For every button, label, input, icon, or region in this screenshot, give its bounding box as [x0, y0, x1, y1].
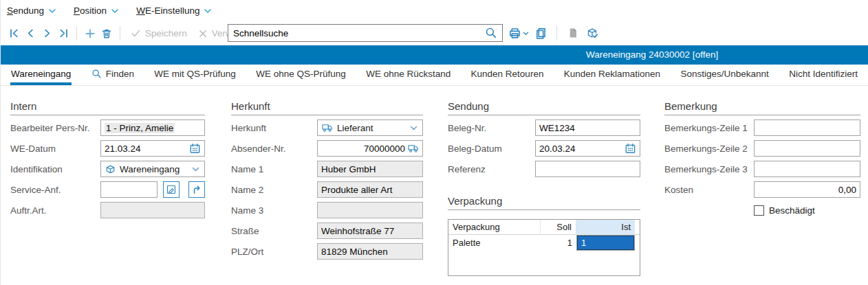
- field-row-auftr-art: Auftr.Art.: [10, 202, 205, 218]
- field-row-identifikation: Identifikation Wareneingang: [10, 161, 205, 177]
- service-anf-field[interactable]: [100, 181, 158, 198]
- add-record-button[interactable]: [82, 25, 98, 43]
- field-row-bemerkung-2: Bemerkungs-Zeile 2: [664, 140, 860, 157]
- beleg-datum-value: 20.03.24: [539, 144, 622, 154]
- toolbar: Speichern Verwerfen Schnellsuche: [1, 21, 868, 45]
- absender-field[interactable]: 70000000: [317, 140, 423, 157]
- name1-value: Huber GmbH: [321, 164, 376, 174]
- truck-icon: [322, 124, 333, 133]
- tab-we-ohne-rueckstand[interactable]: WE ohne Rückstand: [365, 65, 451, 85]
- delete-record-button[interactable]: [98, 25, 115, 43]
- menu-position[interactable]: Position: [74, 5, 119, 16]
- beleg-datum-label: Beleg-Datum: [448, 144, 535, 154]
- first-record-button[interactable]: [6, 25, 22, 43]
- kosten-value: 0,00: [838, 185, 856, 195]
- chevron-down-icon: [409, 124, 418, 133]
- menu-we-einstellung[interactable]: WE-Einstellung: [136, 5, 212, 16]
- bemerkung-3-field[interactable]: [754, 161, 860, 177]
- bearbeiter-value: 1 - Prinz, Amelie: [105, 123, 175, 133]
- name3-label: Name 3: [231, 205, 317, 216]
- search-icon[interactable]: [485, 27, 497, 39]
- field-row-referenz: Referenz: [448, 161, 640, 177]
- herkunft-select[interactable]: Lieferant: [317, 119, 423, 136]
- document-button[interactable]: [565, 24, 581, 42]
- cell-soll[interactable]: 1: [541, 238, 576, 248]
- beleg-nr-field[interactable]: WE1234: [535, 119, 640, 136]
- cell-ist-selected[interactable]: 1: [576, 235, 635, 251]
- beleg-datum-field[interactable]: 20.03.24: [535, 140, 640, 157]
- absender-value: 70000000: [364, 144, 405, 154]
- save-button[interactable]: Speichern: [131, 28, 187, 38]
- col-header-filler: [635, 220, 643, 235]
- bemerkung-1-label: Bemerkungs-Zeile 1: [664, 123, 754, 133]
- bearbeiter-field[interactable]: 1 - Prinz, Amelie: [100, 119, 205, 136]
- truck-icon[interactable]: [408, 144, 419, 153]
- field-row-bemerkung-1: Bemerkungs-Zeile 1: [664, 119, 860, 136]
- goods-receipt-confirm-icon[interactable]: [584, 24, 600, 42]
- cell-verpackung[interactable]: Palette: [448, 238, 541, 248]
- bemerkung-2-label: Bemerkungs-Zeile 2: [664, 144, 754, 154]
- we-datum-label: WE-Datum: [10, 144, 100, 154]
- col-header-ist[interactable]: Ist: [576, 220, 635, 235]
- kosten-field[interactable]: 0,00: [754, 181, 860, 198]
- referenz-field[interactable]: [535, 161, 640, 177]
- check-icon: [131, 28, 141, 38]
- previous-record-button[interactable]: [22, 25, 39, 43]
- tab-bar: Wareneingang Finden WE mit QS-Prüfung WE…: [1, 65, 868, 86]
- identifikation-value: Wareneingang: [120, 164, 187, 174]
- herkunft-label: Herkunft: [231, 123, 317, 133]
- bemerkung-2-field[interactable]: [754, 140, 860, 157]
- tab-nicht-identifiziert[interactable]: Nicht Identifiziert: [788, 65, 858, 85]
- section-title-sendung: Sendung: [448, 100, 640, 115]
- col-header-soll[interactable]: Soll: [541, 220, 576, 235]
- section-herkunft: Herkunft Herkunft Lieferant Absender-Nr.…: [231, 100, 423, 264]
- calendar-icon[interactable]: [189, 143, 201, 155]
- name2-value: Produkte aller Art: [321, 185, 393, 195]
- chevron-down-icon[interactable]: [522, 30, 530, 37]
- name2-label: Name 2: [231, 185, 317, 195]
- plz-ort-field: 81829 München: [317, 243, 423, 260]
- kosten-label: Kosten: [664, 185, 754, 195]
- name3-field: [317, 202, 423, 218]
- tab-kunden-retouren[interactable]: Kunden Retouren: [470, 65, 545, 85]
- print-button[interactable]: [508, 27, 530, 40]
- tab-kunden-reklamationen[interactable]: Kunden Reklamationen: [563, 65, 661, 85]
- we-datum-value: 21.03.24: [105, 144, 186, 154]
- bemerkung-1-field[interactable]: [754, 119, 860, 136]
- menu-we-einstellung-label: WE-Einstellung: [136, 5, 199, 16]
- copy-button[interactable]: [532, 24, 549, 42]
- calendar-icon[interactable]: [625, 143, 636, 155]
- next-record-button[interactable]: [39, 25, 55, 43]
- menu-sendung-label: Sendung: [7, 5, 44, 16]
- field-row-absender: Absender-Nr. 70000000: [231, 140, 423, 157]
- col-header-verpackung[interactable]: Verpackung: [448, 220, 541, 235]
- identifikation-select[interactable]: Wareneingang: [100, 161, 205, 177]
- forward-arrow-button[interactable]: [188, 181, 205, 198]
- close-icon: [198, 29, 208, 38]
- chevron-down-icon: [48, 7, 56, 15]
- field-row-name2: Name 2 Produkte aller Art: [231, 181, 423, 198]
- name1-label: Name 1: [231, 164, 317, 174]
- toolbar-separator: [556, 26, 557, 41]
- absender-label: Absender-Nr.: [231, 144, 317, 154]
- last-record-button[interactable]: [55, 25, 72, 43]
- tab-wareneingang[interactable]: Wareneingang: [10, 65, 72, 85]
- we-datum-field[interactable]: 21.03.24: [100, 140, 205, 157]
- tab-we-mit-qs-pruefung[interactable]: WE mit QS-Prüfung: [153, 65, 237, 85]
- table-row[interactable]: Palette 1 1: [448, 235, 640, 251]
- tab-sonstiges-unbekannt[interactable]: Sonstiges/Unbekannt: [680, 65, 769, 85]
- strasse-label: Straße: [231, 226, 317, 236]
- name2-field: Produkte aller Art: [317, 181, 423, 198]
- menu-sendung[interactable]: Sendung: [7, 5, 56, 16]
- field-row-plz-ort: PLZ/Ort 81829 München: [231, 243, 423, 260]
- search-icon: [91, 69, 102, 79]
- verpackung-table[interactable]: Verpackung Soll Ist Palette 1 1: [448, 219, 640, 276]
- field-row-beleg-nr: Beleg-Nr. WE1234: [448, 119, 640, 136]
- beschaedigt-checkbox[interactable]: [754, 205, 764, 216]
- service-request-button[interactable]: [163, 181, 180, 198]
- quick-search-input[interactable]: Schnellsuche: [228, 24, 503, 42]
- tab-we-ohne-qs-pruefung[interactable]: WE ohne QS-Prüfung: [255, 65, 347, 85]
- field-row-kosten: Kosten 0,00: [664, 181, 860, 198]
- package-icon: [105, 164, 116, 174]
- tab-finden[interactable]: Finden: [91, 65, 135, 85]
